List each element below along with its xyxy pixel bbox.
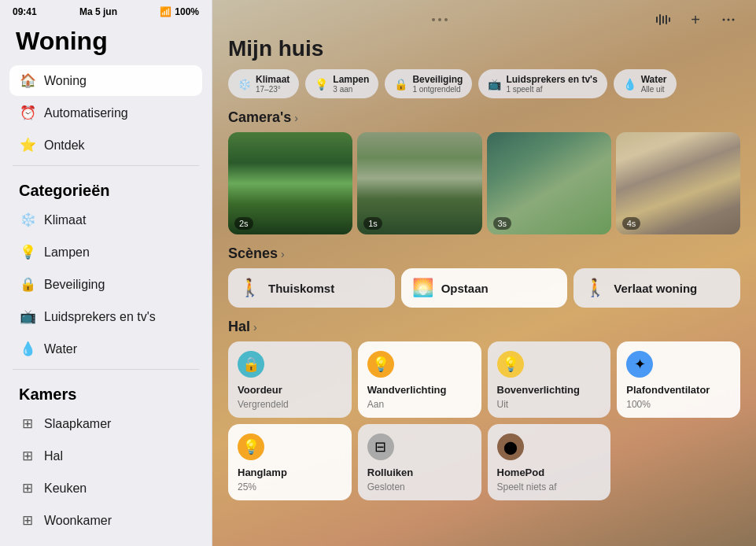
device-plafondventilator[interactable]: ✦ Plafondventilator 100%	[617, 341, 740, 418]
scenes-title[interactable]: Scènes	[228, 245, 278, 262]
camera-card-1[interactable]: 2s	[228, 132, 352, 234]
opstaan-label: Opstaan	[441, 282, 489, 295]
camera-card-3[interactable]: 3s	[487, 132, 611, 234]
homepod-icon-wrap: ⬤	[497, 433, 524, 460]
scene-opstaan[interactable]: 🌅 Opstaan	[401, 268, 568, 308]
sidebar-item-label: Automatisering	[44, 106, 128, 120]
verlaat-label: Verlaat woning	[614, 282, 697, 295]
room-icon: ⊞	[19, 512, 36, 529]
device-hanglamp[interactable]: 💡 Hanglamp 25%	[228, 424, 352, 500]
add-button[interactable]: +	[684, 8, 707, 31]
bulb-device-icon: 💡	[372, 356, 389, 373]
scene-thuiskomst[interactable]: 🚶 Thuiskomst	[228, 268, 395, 308]
clock-icon: ⏰	[19, 105, 36, 121]
main-content: + Mijn huis ❄️ Klimaat 17–23° 💡 Lampen	[212, 0, 756, 546]
bulb2-device-icon: 💡	[502, 356, 519, 373]
wifi-icon: 📶	[160, 6, 171, 17]
pill-klimaat[interactable]: ❄️ Klimaat 17–23°	[228, 69, 299, 98]
plafondventilator-status: 100%	[626, 399, 731, 410]
sidebar-item-hal[interactable]: ⊞ Hal	[9, 441, 202, 471]
svg-rect-4	[669, 17, 670, 22]
device-rolluiken[interactable]: ⊟ Rolluiken Gesloten	[358, 424, 481, 500]
sidebar-item-label: Woonkamer	[44, 514, 112, 528]
plafondventilator-icon-wrap: ✦	[626, 351, 653, 378]
sidebar-item-beveiliging[interactable]: 🔒 Beveiliging	[9, 269, 202, 300]
scenes-chevron: ›	[281, 248, 285, 260]
battery-display: 100%	[175, 6, 199, 17]
sidebar-item-ontdek[interactable]: ⭐ Ontdek	[9, 130, 202, 160]
sidebar-item-label: Ontdek	[44, 138, 85, 153]
date-display: Ma 5 jun	[79, 6, 117, 17]
hanglamp-status: 25%	[238, 481, 342, 493]
sidebar-item-woning[interactable]: 🏠 Woning	[9, 65, 202, 96]
sidebar-item-label: Water	[44, 342, 77, 356]
pill-water[interactable]: 💧 Water Alle uit	[614, 69, 677, 98]
room-icon: ⊞	[19, 415, 36, 432]
snowflake-icon: ❄️	[19, 212, 36, 228]
svg-point-5	[723, 19, 725, 21]
thuiskomst-icon: 🚶	[239, 278, 260, 298]
verlaat-icon: 🚶	[585, 278, 606, 298]
page-title: Mijn huis	[212, 35, 756, 69]
cameras-title[interactable]: Camera's	[228, 109, 291, 126]
svg-rect-0	[656, 17, 658, 23]
beveiliging-pill-icon: 🔒	[394, 78, 408, 90]
top-bar: +	[212, 0, 756, 35]
bovenverlichting-name: Bovenverlichting	[497, 384, 602, 396]
camera-card-4[interactable]: 4s	[616, 132, 740, 234]
divider-1	[13, 165, 199, 166]
rolluiken-status: Gesloten	[367, 481, 472, 493]
pill-lampen[interactable]: 💡 Lampen 3 aan	[305, 69, 378, 98]
scenes-header: Scènes ›	[212, 245, 756, 268]
luidsprekers-pill-text: Luidsprekers en tv's 1 speelt af	[506, 74, 597, 94]
sidebar-item-automatisering[interactable]: ⏰ Automatisering	[9, 98, 202, 128]
wandverlichting-icon-wrap: 💡	[367, 351, 394, 378]
voice-button[interactable]	[651, 8, 674, 31]
sidebar-item-keuken[interactable]: ⊞ Keuken	[9, 473, 202, 504]
water-pill-icon: 💧	[623, 78, 636, 90]
device-bovenverlichting[interactable]: 💡 Bovenverlichting Uit	[488, 341, 611, 418]
hal-grid: 🔒 Voordeur Vergrendeld 💡 Wandverlichting…	[212, 341, 756, 500]
sidebar-item-lampen[interactable]: 💡 Lampen	[9, 237, 202, 267]
sidebar-item-luidsprekers[interactable]: 📺 Luidsprekers en tv's	[9, 301, 202, 332]
wandverlichting-status: Aan	[367, 399, 472, 410]
device-wandverlichting[interactable]: 💡 Wandverlichting Aan	[358, 341, 481, 418]
bulb-icon: 💡	[19, 244, 36, 260]
sidebar-item-woonkamer[interactable]: ⊞ Woonkamer	[9, 505, 202, 536]
sidebar-item-slaapkamer[interactable]: ⊞ Slaapkamer	[9, 408, 202, 439]
opstaan-icon: 🌅	[412, 278, 433, 298]
svg-point-6	[728, 19, 730, 21]
scene-verlaat[interactable]: 🚶 Verlaat woning	[573, 268, 740, 308]
sidebar-item-label: Woning	[44, 74, 87, 88]
sidebar-item-label: Luidsprekers en tv's	[44, 310, 156, 324]
cameras-header: Camera's ›	[212, 109, 756, 132]
sidebar-item-label: Slaapkamer	[44, 417, 111, 431]
bovenverlichting-icon-wrap: 💡	[497, 351, 524, 378]
sidebar-item-label: Hal	[44, 449, 63, 463]
device-homepod[interactable]: ⬤ HomePod Speelt niets af	[488, 424, 611, 500]
rolluiken-name: Rolluiken	[367, 467, 472, 478]
hal-title[interactable]: Hal	[228, 319, 250, 335]
lock-icon: 🔒	[19, 276, 36, 293]
lampen-pill-icon: 💡	[315, 78, 328, 90]
cameras-chevron: ›	[294, 112, 298, 124]
sidebar-item-label: Lampen	[44, 245, 90, 260]
sidebar-title: Woning	[0, 20, 212, 65]
homepod-device-icon: ⬤	[503, 440, 518, 455]
sidebar-item-label: Klimaat	[44, 213, 86, 227]
camera-card-2[interactable]: 1s	[357, 132, 481, 234]
pill-beveiliging[interactable]: 🔒 Beveiliging 1 ontgrendeld	[385, 69, 472, 98]
camera-badge-4: 4s	[622, 217, 641, 230]
rooms-title: Kamers	[0, 374, 212, 408]
thuiskomst-label: Thuiskomst	[268, 282, 334, 295]
water-icon: 💧	[19, 341, 36, 357]
sidebar-main-nav: 🏠 Woning ⏰ Automatisering ⭐ Ontdek	[0, 65, 212, 160]
sidebar-item-klimaat[interactable]: ❄️ Klimaat	[9, 205, 202, 235]
device-voordeur[interactable]: 🔒 Voordeur Vergrendeld	[228, 341, 352, 418]
sidebar-item-water[interactable]: 💧 Water	[9, 334, 202, 364]
more-button[interactable]	[717, 8, 740, 31]
pill-luidsprekers[interactable]: 📺 Luidsprekers en tv's 1 speelt af	[478, 69, 607, 98]
category-pills: ❄️ Klimaat 17–23° 💡 Lampen 3 aan 🔒 Bevei…	[212, 69, 756, 109]
voordeur-icon-wrap: 🔒	[238, 351, 264, 378]
dot-1	[432, 18, 435, 21]
